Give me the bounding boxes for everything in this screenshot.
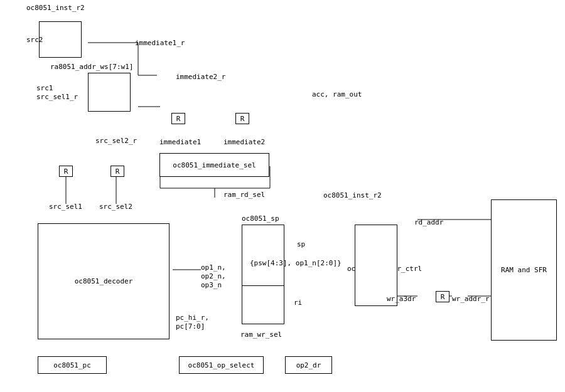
- r-imm1-box: R: [171, 113, 185, 124]
- sp-label: sp: [297, 240, 305, 248]
- src-sel1-label: src_sel1: [49, 203, 82, 211]
- r-src2-box: R: [110, 166, 124, 177]
- pc-bottom-box: oc8051_pc: [38, 356, 107, 374]
- alu-wr-ctrl-box: [355, 225, 397, 306]
- op-select-bottom-box: oc8051_op_select: [179, 356, 264, 374]
- src2-box: [39, 21, 82, 58]
- src1-label: src1: [36, 84, 53, 92]
- diagram: oc8051_inst_r2 src2 immediate1_r ra8051_…: [0, 0, 565, 392]
- decoder-box: oc8051_decoder: [38, 223, 170, 339]
- psw-op1-label: {psw[4:3], op1_n[2:0]}: [250, 259, 342, 267]
- addr-ws-label: ra8051_addr_ws[7:w1]: [50, 63, 133, 71]
- wr-addr-label: wr_a3dr: [387, 295, 416, 303]
- src-sel2-r-label: src_sel2_r: [95, 137, 137, 145]
- pc-hi-r-label: pc_hi_r, pc[7:0]: [176, 314, 209, 331]
- sp-box: [242, 225, 284, 287]
- r-src1-box: R: [59, 166, 73, 177]
- immediate-sel-box: oc8051_immediate_sel: [159, 153, 269, 177]
- src-sel2-label: src_sel2: [99, 203, 132, 211]
- ram-wr-sel-label: ram_wr_sel: [240, 331, 282, 339]
- r-imm2-box: R: [235, 113, 249, 124]
- ram-sfr-box: RAM and SFR: [491, 199, 557, 341]
- ri-label: ri: [294, 299, 302, 307]
- oc8051-inst-r2-mid: oc8051_inst_r2: [323, 191, 382, 199]
- src-sel1-r-label: src_sel1_r: [36, 93, 78, 101]
- immediate1-r-label: immediate1_r: [135, 39, 185, 47]
- r-wr-box: R: [436, 291, 449, 302]
- immediate2-label: immediate2: [223, 138, 265, 146]
- acc-ram-out-label: acc, ram_out: [312, 90, 362, 98]
- wr-addr-r-label: wr_addr_r: [452, 295, 490, 303]
- op-select-sub-box: [242, 285, 284, 324]
- src2-label: src2: [26, 36, 43, 44]
- src1-box: [88, 73, 131, 112]
- rd-addr-label: rd_addr: [414, 218, 443, 226]
- op1-n-label: op1_n, op2_n, op3_n: [201, 263, 226, 290]
- op2-dr-bottom-box: op2_dr: [285, 356, 332, 374]
- oc8051-sp-top-label: oc8051_sp: [242, 215, 279, 223]
- ram-rd-sel-label: ram_rd_sel: [223, 191, 265, 199]
- immediate1-label: immediate1: [159, 138, 201, 146]
- immediate2-r-label: immediate2_r: [176, 73, 225, 81]
- inst-r2-label: oc8051_inst_r2: [26, 4, 85, 12]
